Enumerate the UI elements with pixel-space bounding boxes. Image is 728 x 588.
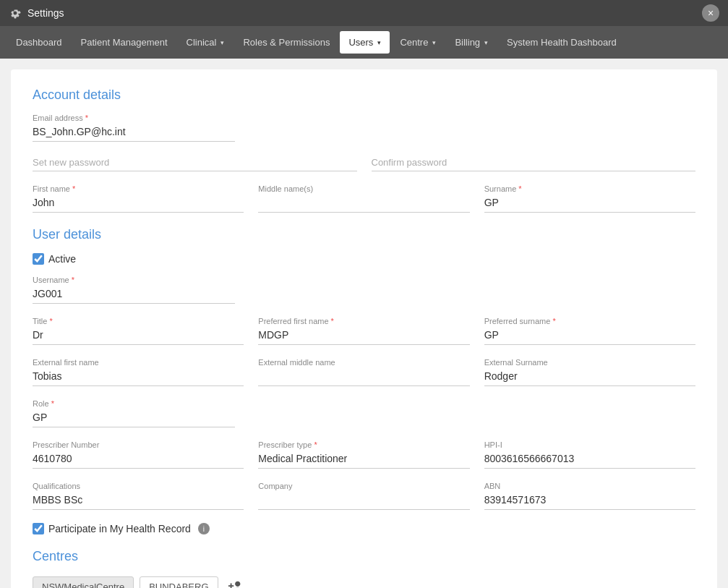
new-password-field [33,155,357,171]
company-label: Company [258,482,469,490]
middle-name-field: Middle name(s) [258,184,469,213]
hpii-label: HPI-I [484,440,695,449]
surname-label: Surname * [484,184,695,193]
centre-tag-bundaberg[interactable]: BUNDABERG [140,576,218,589]
my-health-record-checkbox[interactable] [33,523,44,534]
users-caret: ▾ [377,39,381,46]
password-row [33,155,695,171]
form-panel: Account details Email address * BS_John.… [11,69,717,588]
username-value: JG001 [33,286,235,304]
title-bar-text: Settings [27,7,64,19]
nav-item-clinical[interactable]: Clinical ▾ [178,31,234,54]
external-surname-value: Rodger [484,369,695,386]
title-bar: Settings × [0,0,728,26]
email-field: Email address * BS_John.GP@hc.int [33,114,235,142]
name-row: First name * John Middle name(s) Surname… [33,184,695,213]
surname-field: Surname * GP [484,184,695,213]
confirm-password-field [372,155,696,171]
preferred-surname-field: Preferred surname * GP [484,317,695,345]
qualifications-label: Qualifications [33,482,244,490]
qualifications-field: Qualifications MBBS BSc [33,482,244,510]
first-name-label: First name * [33,184,244,193]
nav-item-dashboard[interactable]: Dashboard [7,31,71,54]
prescriber-number-value: 4610780 [33,451,244,469]
username-row: Username * JG001 [33,276,695,304]
qualifications-row: Qualifications MBBS BSc Company ABN 8391… [33,482,695,510]
external-first-name-value: Tobias [33,369,244,386]
nav-item-centre[interactable]: Centre ▾ [391,31,445,54]
prescriber-number-label: Prescriber Number [33,440,244,449]
title-value: Dr [33,328,244,345]
username-label: Username * [33,276,235,284]
title-preferred-row: Title * Dr Preferred first name * MDGP P… [33,317,695,345]
billing-caret: ▾ [484,39,488,46]
preferred-first-name-field: Preferred first name * MDGP [258,317,469,345]
nav-item-roles-permissions[interactable]: Roles & Permissions [234,31,338,54]
external-middle-name-field: External middle name [258,358,469,386]
first-name-value: John [33,195,244,213]
preferred-first-name-label: Preferred first name * [258,317,469,325]
preferred-surname-value: GP [484,328,695,345]
nav-item-users[interactable]: Users ▾ [340,31,390,54]
prescriber-type-field: Prescriber type * Medical Practitioner [258,440,469,469]
external-middle-name-label: External middle name [258,358,469,367]
company-value [258,493,469,510]
centres-title: Centres [33,549,695,564]
my-health-record-info-icon[interactable]: i [198,523,210,534]
email-required: * [85,114,88,122]
active-label: Active [48,253,76,265]
add-centre-button[interactable] [224,575,247,588]
active-checkbox[interactable] [33,253,44,265]
settings-icon [9,7,22,20]
company-field: Company [258,482,469,510]
abn-field: ABN 83914571673 [484,482,695,510]
external-surname-field: External Surname Rodger [484,358,695,386]
external-first-name-label: External first name [33,358,244,367]
middle-name-label: Middle name(s) [258,184,469,193]
close-button[interactable]: × [702,4,719,22]
centre-tag-nsw[interactable]: NSWMedicalCentre [33,576,134,589]
user-details-title: User details [33,227,695,242]
active-row: Active [33,253,695,265]
username-field: Username * JG001 [33,276,235,304]
role-field: Role * GP [33,399,235,427]
title-bar-left: Settings [9,7,64,20]
external-surname-label: External Surname [484,358,695,367]
add-person-icon [228,579,244,588]
my-health-record-label: Participate in My Health Record [48,523,191,534]
clinical-caret: ▾ [220,39,224,46]
email-row: Email address * BS_John.GP@hc.int [33,114,695,142]
prescriber-type-label: Prescriber type * [258,440,469,449]
hpii-value: 8003616566667013 [484,451,695,469]
role-label: Role * [33,399,235,408]
nav-item-billing[interactable]: Billing ▾ [446,31,497,54]
new-password-input[interactable] [33,155,357,171]
title-label: Title * [33,317,244,325]
preferred-first-name-value: MDGP [258,328,469,345]
confirm-password-input[interactable] [372,155,696,171]
centres-section: Centres NSWMedicalCentre BUNDABERG [33,549,695,588]
surname-value: GP [484,195,695,213]
centre-caret: ▾ [432,39,436,46]
preferred-surname-label: Preferred surname * [484,317,695,325]
qualifications-value: MBBS BSc [33,493,244,510]
nav-bar: Dashboard Patient Management Clinical ▾ … [0,26,728,59]
abn-value: 83914571673 [484,493,695,510]
email-label: Email address * [33,114,235,122]
nav-item-system-health[interactable]: System Health Dashboard [498,31,625,54]
external-first-name-field: External first name Tobias [33,358,244,386]
abn-label: ABN [484,482,695,490]
external-middle-name-value [258,369,469,386]
centres-list: NSWMedicalCentre BUNDABERG [33,575,695,588]
prescriber-type-value: Medical Practitioner [258,451,469,469]
middle-name-value [258,195,469,213]
prescriber-row: Prescriber Number 4610780 Prescriber typ… [33,440,695,469]
external-row: External first name Tobias External midd… [33,358,695,386]
first-name-field: First name * John [33,184,244,213]
account-details-title: Account details [33,88,695,103]
content-wrapper: Account details Email address * BS_John.… [0,59,728,588]
role-value: GP [33,410,235,427]
role-row: Role * GP [33,399,695,427]
prescriber-number-field: Prescriber Number 4610780 [33,440,244,469]
nav-item-patient-management[interactable]: Patient Management [72,31,176,54]
